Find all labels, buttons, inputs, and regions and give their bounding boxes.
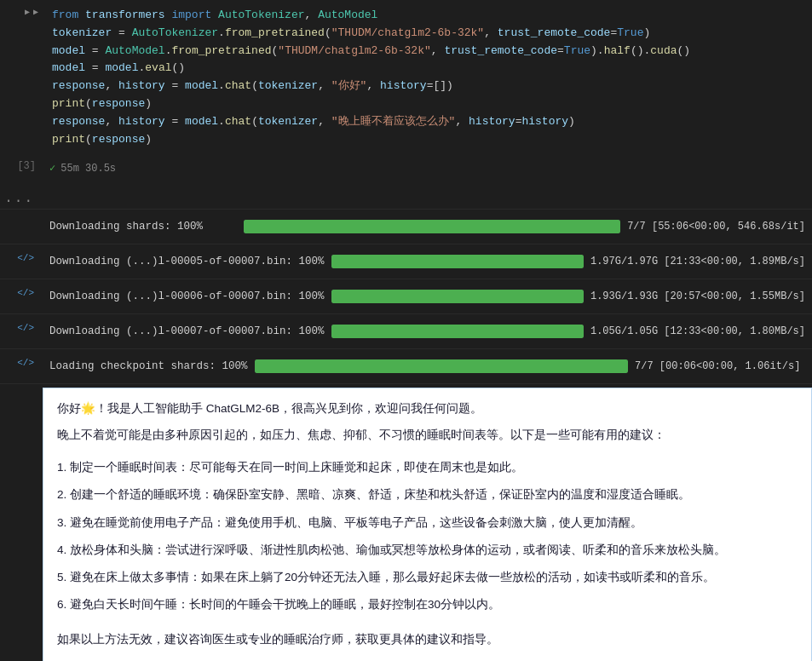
exec-time: 55m 30.5s (60, 163, 116, 175)
progress-row-section-1: </> Downloading (...)l-00005-of-00007.bi… (0, 244, 812, 279)
exec-check-icon: ✓ (49, 162, 55, 175)
progress-row-2: Downloading (...)l-00006-of-00007.bin: 1… (49, 285, 805, 308)
dots-icon: ··· (4, 193, 34, 209)
response-intro: 晚上不着觉可能是由多种原因引起的，如压力、焦虑、抑郁、不习惯的睡眠时间表等。以下… (57, 425, 798, 445)
code-content: from transformers import AutoTokenizer, … (52, 7, 805, 148)
run-arrow-icon2: ▶ (33, 7, 38, 17)
exec-info-row: [3] ✓ 55m 30.5s (0, 155, 812, 185)
progress-row-content-3: Downloading (...)l-00007-of-00007.bin: 1… (43, 314, 812, 348)
progress-row-0: Downloading shards: 100% 7/7 [55:06<00:0… (49, 215, 805, 239)
text-output-container: 你好🌟！我是人工智能助手 ChatGLM2-6B，很高兴见到你，欢迎问我任何问题… (0, 384, 812, 661)
chat-response: 你好🌟！我是人工智能助手 ChatGLM2-6B，很高兴见到你，欢迎问我任何问题… (43, 388, 812, 661)
exec-info-content: ✓ 55m 30.5s (43, 155, 812, 185)
progress-row-content-1: Downloading (...)l-00005-of-00007.bin: 1… (43, 244, 812, 279)
html-icon-col-4: </> (0, 349, 43, 383)
html-tag-icon-1: </> (17, 253, 34, 279)
progress-bar-fill-4 (255, 359, 628, 373)
response-item-3: 3. 避免在睡觉前使用电子产品：避免使用手机、电脑、平板等电子产品，这些设备会刺… (57, 513, 798, 533)
progress-bar-container-4 (255, 359, 628, 373)
dots-separator: ··· (0, 185, 812, 210)
progress-row-section-2: </> Downloading (...)l-00006-of-00007.bi… (0, 279, 812, 314)
cell-number-gutter: [3] (0, 155, 43, 185)
progress-label-3: Downloading (...)l-00007-of-00007.bin: 1… (49, 325, 325, 337)
item-5-text: 5. 避免在床上做太多事情：如果在床上躺了20分钟还无法入睡，那么最好起床去做一… (57, 571, 715, 583)
html-tag-icon-2: </> (17, 288, 34, 313)
progress-label-4: Loading checkpoint shards: 100% (49, 360, 248, 372)
intro-text: 晚上不着觉可能是由多种原因引起的，如压力、焦虑、抑郁、不习惯的睡眠时间表等。以下… (57, 428, 665, 441)
progress-label-1: Downloading (...)l-00005-of-00007.bin: 1… (49, 256, 325, 267)
html-icon-col-1: </> (0, 244, 43, 279)
item-1-text: 1. 制定一个睡眠时间表：尽可能每天在同一时间上床睡觉和起床，即使在周末也是如此… (57, 461, 523, 474)
progress-stats-0: 7/7 [55:06<00:00, 546.68s/it] (627, 221, 805, 233)
dots-content (43, 185, 812, 209)
footer-text: 如果以上方法无效，建议咨询医生或专业的睡眠治疗师，获取更具体的建议和指导。 (57, 633, 498, 646)
progress-bar-fill-2 (331, 290, 584, 303)
progress-bar-container-3 (331, 325, 584, 338)
response-item-1: 1. 制定一个睡眠时间表：尽可能每天在同一时间上床睡觉和起床，即使在周末也是如此… (57, 457, 798, 478)
item-6-text: 6. 避免白天长时间午睡：长时间的午睡会干扰晚上的睡眠，最好控制在30分钟以内。 (57, 598, 500, 611)
notebook-container: ▶ ▶ from transformers import AutoTokeniz… (0, 0, 812, 661)
response-greeting: 你好🌟！我是人工智能助手 ChatGLM2-6B，很高兴见到你，欢迎问我任何问题… (57, 399, 798, 419)
response-item-6: 6. 避免白天长时间午睡：长时间的午睡会干扰晚上的睡眠，最好控制在30分钟以内。 (57, 595, 798, 615)
progress-stats-3: 1.05G/1.05G [12:33<00:00, 1.80MB/s] (590, 325, 805, 337)
progress-bar-container-1 (331, 255, 584, 268)
response-item-2: 2. 创建一个舒适的睡眠环境：确保卧室安静、黑暗、凉爽、舒适，床垫和枕头舒适，保… (57, 485, 798, 505)
item-4-text: 4. 放松身体和头脑：尝试进行深呼吸、渐进性肌肉松弛、瑜伽或冥想等放松身体的运动… (57, 543, 726, 556)
cell-gutter: ▶ ▶ (3, 3, 45, 152)
code-cell: ▶ ▶ from transformers import AutoTokeniz… (0, 0, 812, 155)
dots-gutter: ··· (0, 185, 43, 209)
html-icon-col-3: </> (0, 314, 43, 348)
code-editor[interactable]: from transformers import AutoTokenizer, … (45, 3, 812, 152)
progress-bar-container-0 (244, 220, 620, 233)
progress-row-3: Downloading (...)l-00007-of-00007.bin: 1… (49, 319, 805, 343)
progress-row-1: Downloading (...)l-00005-of-00007.bin: 1… (49, 250, 805, 273)
html-icon-col-2: </> (0, 279, 43, 313)
exec-info: ✓ 55m 30.5s (49, 158, 805, 181)
response-item-4: 4. 放松身体和头脑：尝试进行深呼吸、渐进性肌肉松弛、瑜伽或冥想等放松身体的运动… (57, 540, 798, 560)
progress-row-4: Loading checkpoint shards: 100% 7/7 [00:… (49, 354, 805, 378)
greeting-text: 你好🌟！我是人工智能助手 ChatGLM2-6B，很高兴见到你，欢迎问我任何问题… (57, 402, 482, 415)
item-2-text: 2. 创建一个舒适的睡眠环境：确保卧室安静、黑暗、凉爽、舒适，床垫和枕头舒适，保… (57, 488, 690, 501)
cell-number: [3] (17, 160, 36, 172)
progress-bar-container-2 (331, 290, 584, 303)
progress-row-section-4: </> Loading checkpoint shards: 100% 7/7 … (0, 349, 812, 384)
progress-stats-1: 1.97G/1.97G [21:33<00:00, 1.89MB/s] (590, 256, 805, 267)
progress-bar-fill-1 (331, 255, 584, 268)
progress-icon-col (0, 210, 43, 244)
progress-bars-section: Downloading shards: 100% 7/7 [55:06<00:0… (0, 210, 812, 244)
run-controls[interactable]: ▶ ▶ (25, 7, 38, 17)
response-item-5: 5. 避免在床上做太多事情：如果在床上躺了20分钟还无法入睡，那么最好起床去做一… (57, 567, 798, 588)
item-3-text: 3. 避免在睡觉前使用电子产品：避免使用手机、电脑、平板等电子产品，这些设备会刺… (57, 516, 642, 529)
progress-label-2: Downloading (...)l-00006-of-00007.bin: 1… (49, 290, 325, 302)
run-arrow-icon[interactable]: ▶ (25, 7, 30, 17)
progress-row-content-2: Downloading (...)l-00006-of-00007.bin: 1… (43, 279, 812, 313)
progress-bars-content: Downloading shards: 100% 7/7 [55:06<00:0… (43, 210, 812, 244)
progress-label-0: Downloading shards: 100% (49, 221, 237, 233)
text-output-gutter (0, 384, 43, 661)
progress-stats-4: 7/7 [00:06<00:00, 1.06it/s] (635, 360, 805, 372)
progress-stats-2: 1.93G/1.93G [20:57<00:00, 1.55MB/s] (590, 290, 805, 302)
html-tag-icon-3: </> (17, 323, 34, 348)
progress-bar-fill-0 (244, 220, 620, 233)
html-tag-icon-4: </> (17, 358, 34, 383)
progress-row-content-4: Loading checkpoint shards: 100% 7/7 [00:… (43, 349, 812, 383)
response-footer: 如果以上方法无效，建议咨询医生或专业的睡眠治疗师，获取更具体的建议和指导。 (57, 629, 798, 650)
progress-bar-fill-3 (331, 325, 584, 338)
progress-row-section-3: </> Downloading (...)l-00007-of-00007.bi… (0, 314, 812, 349)
